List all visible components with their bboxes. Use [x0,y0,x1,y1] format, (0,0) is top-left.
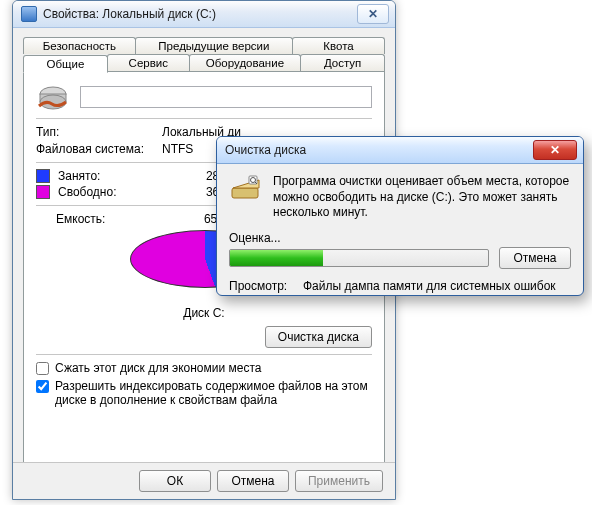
volume-label-input[interactable] [80,86,372,108]
cleanup-scan-icon [229,174,263,204]
properties-title: Свойства: Локальный диск (С:) [43,7,353,21]
tab-service[interactable]: Сервис [107,54,190,72]
ok-button[interactable]: ОК [139,470,211,492]
capacity-label: Емкость: [56,212,164,226]
tab-general[interactable]: Общие [23,55,108,73]
free-label: Свободно: [58,185,166,199]
cleanup-titlebar[interactable]: Очистка диска ✕ [217,137,583,164]
used-label: Занято: [58,169,166,183]
type-label: Тип: [36,125,162,139]
view-label: Просмотр: [229,279,293,293]
compress-label: Сжать этот диск для экономии места [55,361,261,375]
cleanup-progress-fill [230,250,323,266]
properties-titlebar[interactable]: Свойства: Локальный диск (С:) ✕ [13,1,395,28]
cleanup-title: Очистка диска [225,143,533,157]
divider [36,354,372,355]
disk-label: Диск С: [36,306,372,320]
tab-sharing[interactable]: Доступ [300,54,385,72]
divider [36,118,372,119]
view-value: Файлы дампа памяти для системных ошибок [303,279,556,293]
properties-button-bar: ОК Отмена Применить [13,462,395,499]
index-label: Разрешить индексировать содержимое файло… [55,379,372,407]
cleanup-progress-bar [229,249,489,267]
disk-cleanup-button[interactable]: Очистка диска [265,326,372,348]
free-swatch-icon [36,185,50,199]
tab-prev-versions[interactable]: Предыдущие версии [135,37,293,54]
drive-titlebar-icon [21,6,37,22]
cleanup-close-button[interactable]: ✕ [533,140,577,160]
svg-rect-3 [232,188,258,198]
index-checkbox[interactable] [36,380,49,393]
tab-security[interactable]: Безопасность [23,37,136,54]
tab-row-top: Безопасность Предыдущие версии Квота [23,36,385,53]
tab-quota[interactable]: Квота [292,37,385,54]
used-swatch-icon [36,169,50,183]
tab-hardware[interactable]: Оборудование [189,54,301,72]
compress-checkbox-row[interactable]: Сжать этот диск для экономии места [36,361,372,375]
compress-checkbox[interactable] [36,362,49,375]
cleanup-message: Программа очистки оценивает объем места,… [273,174,571,221]
filesystem-label: Файловая система: [36,142,162,156]
tab-row-bottom: Общие Сервис Оборудование Доступ [23,53,385,71]
disk-cleanup-dialog: Очистка диска ✕ Программа очистки оценив… [216,136,584,296]
apply-button[interactable]: Применить [295,470,383,492]
properties-close-button[interactable]: ✕ [357,4,389,24]
index-checkbox-row[interactable]: Разрешить индексировать содержимое файло… [36,379,372,407]
assess-label: Оценка... [229,231,281,245]
drive-icon [36,82,70,112]
cleanup-cancel-button[interactable]: Отмена [499,247,571,269]
cancel-button[interactable]: Отмена [217,470,289,492]
close-icon: ✕ [550,143,560,157]
